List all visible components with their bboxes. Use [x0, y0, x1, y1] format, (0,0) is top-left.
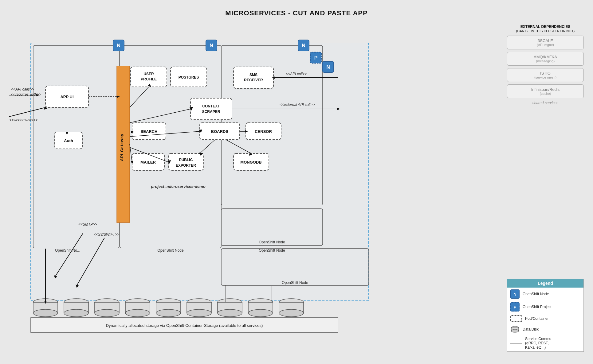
legend-item-pod: Pod/Container [507, 313, 583, 324]
svg-point-80 [33, 299, 58, 306]
svg-point-83 [64, 299, 88, 306]
svg-rect-81 [33, 302, 58, 313]
svg-rect-3 [221, 45, 323, 205]
svg-rect-12 [310, 52, 321, 63]
svg-text:API Gateway: API Gateway [120, 134, 124, 161]
svg-rect-30 [190, 98, 232, 120]
svg-rect-27 [234, 67, 273, 88]
svg-rect-25 [171, 67, 207, 87]
svg-marker-69 [337, 108, 340, 110]
svg-rect-99 [218, 302, 242, 313]
svg-rect-33 [132, 123, 166, 140]
svg-rect-37 [246, 123, 281, 140]
svg-text:OpenShift Node: OpenShift Node [157, 248, 184, 253]
shared-services-label: shared-services [507, 101, 584, 105]
ext-dep-istio: ISTIO (service mesh) [507, 68, 584, 82]
svg-line-76 [55, 233, 83, 276]
svg-text:<<API calls>>: <<API calls>> [11, 87, 34, 91]
legend-line-label: Service Comms (gRPC, REST, Kafka, etc...… [525, 337, 551, 350]
svg-line-78 [77, 238, 104, 285]
diagram-svg: N N N P N API Gateway APP UI Auth USER P… [0, 0, 593, 364]
svg-text:OpenShift Node: OpenShift Node [259, 248, 285, 253]
svg-text:PROFILE: PROFILE [141, 77, 157, 81]
svg-text:SMS: SMS [249, 73, 257, 77]
svg-point-94 [156, 309, 181, 317]
svg-rect-84 [64, 302, 88, 313]
svg-rect-18 [45, 86, 88, 107]
svg-rect-4 [221, 209, 323, 246]
ext-dep-amq: AMQ/KAFKA (messaging) [507, 52, 584, 66]
svg-point-95 [187, 299, 211, 306]
svg-point-106 [279, 309, 304, 317]
legend-project-icon: P [510, 302, 520, 312]
svg-marker-51 [117, 95, 120, 98]
svg-rect-44 [234, 153, 269, 170]
svg-text:Auth: Auth [64, 138, 73, 143]
legend-item-node: N OpenShift Node [507, 288, 583, 300]
svg-text:OpenShift Node: OpenShift Node [282, 281, 308, 285]
svg-text:N: N [302, 43, 305, 48]
svg-text:USER: USER [143, 72, 154, 76]
svg-point-88 [95, 309, 119, 317]
svg-rect-96 [187, 302, 211, 313]
svg-text:MAILER: MAILER [140, 160, 156, 165]
svg-text:P: P [314, 55, 318, 60]
svg-rect-14 [323, 61, 334, 72]
svg-marker-55 [148, 83, 151, 87]
svg-marker-65 [167, 160, 171, 164]
svg-rect-16 [117, 66, 130, 223]
svg-marker-47 [36, 94, 39, 96]
svg-text:<<external API call>>: <<external API call>> [280, 103, 315, 107]
svg-text:<<SMTP>>: <<SMTP>> [78, 222, 97, 227]
svg-marker-67 [272, 76, 275, 79]
svg-text:N: N [210, 43, 213, 48]
external-dependencies: EXTERNAL DEPENDENCIES (CAN BE IN THIS CL… [507, 25, 584, 105]
svg-text:SCRAPER: SCRAPER [202, 110, 220, 114]
svg-point-82 [33, 309, 58, 317]
legend-node-icon: N [510, 289, 520, 299]
svg-text:<<API call>>: <<API call>> [286, 72, 307, 76]
legend-node-label: OpenShift Node [523, 292, 549, 296]
svg-rect-10 [298, 40, 309, 51]
legend-item-disk: Data/Disk [507, 324, 583, 335]
svg-text:RECEIVER: RECEIVER [244, 78, 263, 82]
svg-rect-90 [125, 302, 150, 313]
svg-rect-6 [113, 40, 124, 51]
svg-point-101 [248, 299, 273, 306]
svg-text:<<S3/SWIFT>>: <<S3/SWIFT>> [94, 232, 119, 237]
legend-title: Legend [507, 279, 583, 288]
svg-rect-87 [95, 302, 119, 313]
svg-line-70 [226, 140, 251, 153]
svg-text:OpenShift Node: OpenShift Node [259, 240, 285, 244]
legend-item-line: Service Comms (gRPC, REST, Kafka, etc...… [507, 335, 583, 351]
svg-point-91 [125, 309, 150, 317]
svg-line-60 [130, 131, 200, 137]
svg-rect-107 [31, 318, 338, 332]
svg-point-104 [279, 299, 304, 306]
legend-project-label: OpenShift Project [523, 305, 552, 309]
svg-line-62 [130, 144, 132, 162]
svg-text:PUBLIC: PUBLIC [179, 158, 193, 162]
svg-text:EXPORTER: EXPORTER [176, 163, 196, 168]
legend-item-project: P OpenShift Project [507, 300, 583, 313]
svg-point-128 [511, 329, 519, 332]
svg-line-48 [9, 107, 45, 117]
svg-rect-0 [31, 43, 369, 301]
svg-marker-123 [44, 301, 47, 304]
svg-rect-1 [33, 45, 119, 248]
svg-line-74 [200, 140, 215, 153]
svg-marker-77 [54, 275, 57, 279]
svg-rect-39 [132, 153, 164, 170]
svg-marker-59 [131, 131, 134, 133]
svg-text:MONGODB: MONGODB [240, 160, 261, 165]
svg-marker-53 [66, 132, 68, 135]
svg-rect-105 [279, 302, 304, 313]
svg-rect-35 [200, 123, 240, 140]
svg-rect-8 [206, 40, 217, 51]
ext-deps-title: EXTERNAL DEPENDENCIES (CAN BE IN THIS CL… [507, 25, 584, 33]
svg-line-56 [130, 109, 190, 123]
svg-point-89 [125, 299, 150, 306]
svg-rect-102 [248, 302, 273, 313]
page-title: MICROSERVICES - CUT AND PASTE APP [0, 0, 593, 17]
svg-rect-22 [131, 67, 167, 87]
